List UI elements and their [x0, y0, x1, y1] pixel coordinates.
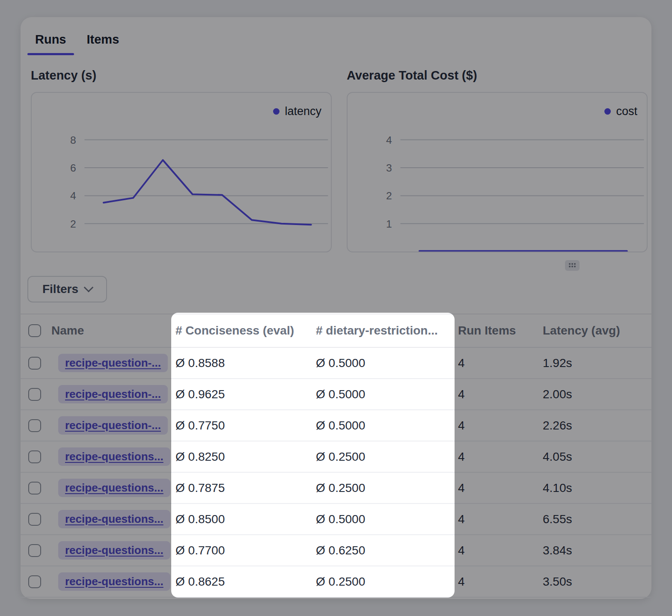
cell-value: 2.26s [543, 419, 572, 432]
cell-value: Ø 0.2500 [316, 575, 365, 589]
run-name-badge[interactable]: recipe-questions... [58, 541, 170, 560]
latency-chart-title: Latency (s) [31, 68, 96, 83]
y-tick-label: 8 [70, 134, 76, 146]
row-select-cell [21, 575, 51, 588]
latency-cell: 3.84s [543, 544, 651, 557]
dietary-restriction-cell: Ø 0.5000 [316, 512, 458, 526]
cell-value: Ø 0.9625 [175, 388, 225, 401]
row-checkbox[interactable] [28, 513, 41, 526]
column-header-latency-avg: Latency (avg) [543, 324, 651, 338]
y-tick-label: 2 [386, 190, 392, 201]
column-header-run-items: Run Items [458, 324, 543, 338]
column-header-label: Latency (avg) [543, 324, 620, 338]
table-row: recipe-questions...Ø 0.8500Ø 0.500046.55… [21, 504, 651, 535]
table-row: recipe-questions...Ø 0.8625Ø 0.250043.50… [21, 566, 651, 598]
latency-chart: 2468 latency [31, 92, 332, 252]
table-row: recipe-question-...Ø 0.8588Ø 0.500041.92… [21, 348, 651, 379]
cell-value: 4 [458, 450, 465, 464]
conciseness-cell: Ø 0.8588 [175, 356, 316, 370]
row-select-cell [21, 482, 51, 495]
run-items-cell: 4 [458, 388, 543, 401]
dietary-restriction-cell: Ø 0.5000 [316, 356, 458, 370]
row-select-cell [21, 388, 51, 401]
select-all-checkbox[interactable] [28, 324, 41, 337]
row-checkbox[interactable] [28, 450, 41, 463]
cell-value: 4 [458, 481, 465, 495]
run-name-cell: recipe-question-... [51, 416, 175, 435]
table-header: Name # Conciseness (eval) # dietary-rest… [21, 314, 651, 348]
cell-value: Ø 0.5000 [316, 356, 365, 370]
tab-items[interactable]: Items [86, 29, 120, 55]
run-name-badge[interactable]: recipe-questions... [58, 479, 170, 497]
conciseness-cell: Ø 0.8500 [175, 512, 316, 526]
cell-value: Ø 0.7700 [175, 544, 225, 557]
cell-value: 1.92s [543, 356, 572, 370]
latency-cell: 3.50s [543, 575, 651, 589]
latency-cell: 4.05s [543, 450, 651, 464]
table-body: recipe-question-...Ø 0.8588Ø 0.500041.92… [21, 348, 651, 598]
table-row: recipe-question-...Ø 0.9625Ø 0.500042.00… [21, 379, 651, 410]
table-row: recipe-questions...Ø 0.7875Ø 0.250044.10… [21, 473, 651, 504]
run-name-cell: recipe-questions... [51, 479, 175, 497]
cell-value: Ø 0.8625 [175, 575, 225, 589]
run-name-badge[interactable]: recipe-question-... [58, 385, 168, 403]
run-name-cell: recipe-questions... [51, 572, 175, 591]
conciseness-cell: Ø 0.8625 [175, 575, 316, 589]
y-tick-label: 2 [70, 218, 76, 230]
run-name-badge[interactable]: recipe-question-... [58, 354, 168, 372]
run-items-cell: 4 [458, 450, 543, 464]
row-select-cell [21, 513, 51, 526]
cell-value: Ø 0.7875 [175, 481, 225, 495]
dietary-restriction-cell: Ø 0.5000 [316, 419, 458, 432]
run-items-cell: 4 [458, 512, 543, 526]
run-name-cell: recipe-question-... [51, 385, 175, 403]
row-checkbox[interactable] [28, 419, 41, 432]
row-checkbox[interactable] [28, 388, 41, 401]
column-header-label: # Conciseness (eval) [175, 324, 294, 338]
cell-value: 2.00s [543, 388, 572, 401]
cell-value: Ø 0.8250 [175, 450, 225, 464]
latency-cell: 6.55s [543, 512, 651, 526]
cell-value: 4.10s [543, 481, 572, 495]
drag-dots-icon [569, 263, 576, 268]
filters-button[interactable]: Filters [27, 276, 107, 302]
cell-value: 4 [458, 512, 465, 526]
cell-value: Ø 0.7750 [175, 419, 225, 432]
cell-value: 4 [458, 356, 465, 370]
run-name-badge[interactable]: recipe-questions... [58, 572, 170, 591]
column-header-label: Name [51, 324, 84, 338]
legend-dot-icon [273, 108, 280, 115]
cell-value: Ø 0.5000 [316, 388, 365, 401]
cell-value: 4 [458, 419, 465, 432]
y-tick-label: 4 [70, 190, 76, 201]
cell-value: Ø 0.2500 [316, 481, 365, 495]
run-name-badge[interactable]: recipe-questions... [58, 447, 170, 466]
cell-value: 3.84s [543, 544, 572, 557]
row-select-cell [21, 357, 51, 370]
run-name-badge[interactable]: recipe-question-... [58, 416, 168, 435]
run-name-badge[interactable]: recipe-questions... [58, 510, 170, 528]
legend-dot-icon [604, 108, 611, 115]
dietary-restriction-cell: Ø 0.5000 [316, 388, 458, 401]
row-checkbox[interactable] [28, 544, 41, 557]
y-tick-label: 6 [70, 162, 76, 174]
row-checkbox[interactable] [28, 357, 41, 370]
drag-handle[interactable] [565, 260, 580, 271]
column-header-name: Name [51, 324, 175, 338]
row-select-cell [21, 419, 51, 432]
row-checkbox[interactable] [28, 575, 41, 588]
row-select-cell [21, 544, 51, 557]
cell-value: Ø 0.8588 [175, 356, 225, 370]
tab-runs[interactable]: Runs [34, 29, 67, 55]
row-checkbox[interactable] [28, 482, 41, 495]
table-row: recipe-questions...Ø 0.7700Ø 0.625043.84… [21, 535, 651, 566]
dietary-restriction-cell: Ø 0.2500 [316, 481, 458, 495]
conciseness-cell: Ø 0.9625 [175, 388, 316, 401]
dietary-restriction-cell: Ø 0.6250 [316, 544, 458, 557]
column-header-conciseness: # Conciseness (eval) [175, 324, 316, 338]
latency-cell: 2.00s [543, 388, 651, 401]
cost-legend: cost [604, 105, 637, 118]
run-name-cell: recipe-questions... [51, 541, 175, 560]
runs-panel: Runs Items Latency (s) Average Total Cos… [21, 17, 651, 599]
conciseness-cell: Ø 0.7700 [175, 544, 316, 557]
